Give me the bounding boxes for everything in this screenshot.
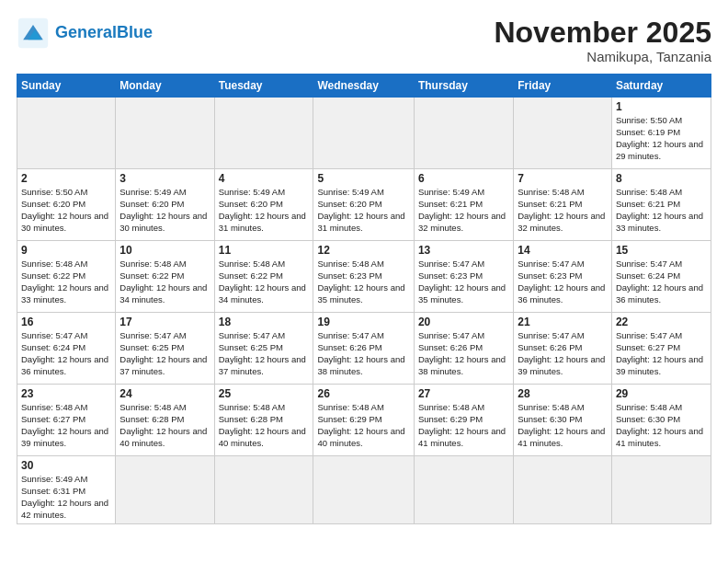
day-number: 22 bbox=[616, 316, 707, 328]
day-info: Sunrise: 5:47 AM Sunset: 6:26 PM Dayligh… bbox=[317, 330, 409, 377]
day-number: 6 bbox=[418, 172, 509, 185]
weekday-header-tuesday: Tuesday bbox=[214, 75, 313, 98]
calendar-day-cell: 27Sunrise: 5:48 AM Sunset: 6:29 PM Dayli… bbox=[414, 385, 513, 456]
day-number: 11 bbox=[219, 244, 310, 257]
logo-text: GeneralBlue bbox=[55, 24, 153, 42]
day-info: Sunrise: 5:48 AM Sunset: 6:27 PM Dayligh… bbox=[21, 402, 111, 449]
day-number: 17 bbox=[119, 316, 210, 328]
calendar-week-row: 23Sunrise: 5:48 AM Sunset: 6:27 PM Dayli… bbox=[17, 385, 711, 456]
calendar-day-cell: 23Sunrise: 5:48 AM Sunset: 6:27 PM Dayli… bbox=[17, 385, 116, 456]
day-number: 13 bbox=[418, 244, 509, 257]
day-info: Sunrise: 5:48 AM Sunset: 6:21 PM Dayligh… bbox=[518, 187, 608, 234]
calendar-day-cell: 22Sunrise: 5:47 AM Sunset: 6:27 PM Dayli… bbox=[611, 313, 711, 385]
day-number: 9 bbox=[21, 244, 111, 257]
day-number: 23 bbox=[21, 387, 111, 400]
day-number: 26 bbox=[317, 387, 409, 400]
calendar-day-cell: 30Sunrise: 5:49 AM Sunset: 6:31 PM Dayli… bbox=[17, 456, 116, 524]
calendar-day-cell: 5Sunrise: 5:49 AM Sunset: 6:20 PM Daylig… bbox=[313, 169, 414, 241]
day-info: Sunrise: 5:47 AM Sunset: 6:26 PM Dayligh… bbox=[518, 330, 608, 377]
day-number: 1 bbox=[616, 100, 707, 113]
day-info: Sunrise: 5:50 AM Sunset: 6:20 PM Dayligh… bbox=[21, 187, 111, 234]
calendar-day-cell: 1Sunrise: 5:50 AM Sunset: 6:19 PM Daylig… bbox=[611, 98, 711, 169]
calendar-day-cell: 9Sunrise: 5:48 AM Sunset: 6:22 PM Daylig… bbox=[17, 241, 116, 313]
calendar-day-cell: 13Sunrise: 5:47 AM Sunset: 6:23 PM Dayli… bbox=[414, 241, 513, 313]
day-info: Sunrise: 5:48 AM Sunset: 6:29 PM Dayligh… bbox=[317, 402, 409, 449]
day-number: 10 bbox=[119, 244, 210, 257]
calendar-day-cell: 28Sunrise: 5:48 AM Sunset: 6:30 PM Dayli… bbox=[514, 385, 612, 456]
calendar-day-cell: 8Sunrise: 5:48 AM Sunset: 6:21 PM Daylig… bbox=[611, 169, 711, 241]
day-number: 15 bbox=[616, 244, 707, 257]
calendar-day-cell: 25Sunrise: 5:48 AM Sunset: 6:28 PM Dayli… bbox=[214, 385, 313, 456]
calendar-day-cell bbox=[514, 98, 612, 169]
calendar-day-cell: 21Sunrise: 5:47 AM Sunset: 6:26 PM Dayli… bbox=[514, 313, 612, 385]
header: GeneralBlue November 2025 Namikupa, Tanz… bbox=[17, 17, 711, 64]
title-block: November 2025 Namikupa, Tanzania bbox=[494, 17, 711, 64]
day-number: 19 bbox=[317, 316, 409, 328]
weekday-header-row: SundayMondayTuesdayWednesdayThursdayFrid… bbox=[17, 75, 711, 98]
calendar-day-cell: 4Sunrise: 5:49 AM Sunset: 6:20 PM Daylig… bbox=[214, 169, 313, 241]
day-info: Sunrise: 5:47 AM Sunset: 6:24 PM Dayligh… bbox=[21, 330, 111, 377]
day-info: Sunrise: 5:49 AM Sunset: 6:21 PM Dayligh… bbox=[418, 187, 509, 234]
logo-icon bbox=[17, 17, 50, 50]
day-info: Sunrise: 5:48 AM Sunset: 6:22 PM Dayligh… bbox=[119, 259, 210, 305]
day-info: Sunrise: 5:48 AM Sunset: 6:30 PM Dayligh… bbox=[518, 402, 608, 449]
day-info: Sunrise: 5:48 AM Sunset: 6:22 PM Dayligh… bbox=[219, 259, 310, 305]
calendar-day-cell: 17Sunrise: 5:47 AM Sunset: 6:25 PM Dayli… bbox=[116, 313, 214, 385]
weekday-header-friday: Friday bbox=[514, 75, 612, 98]
day-number: 12 bbox=[317, 244, 409, 257]
day-number: 30 bbox=[21, 459, 111, 472]
calendar-day-cell bbox=[116, 456, 214, 524]
calendar-day-cell: 10Sunrise: 5:48 AM Sunset: 6:22 PM Dayli… bbox=[116, 241, 214, 313]
day-info: Sunrise: 5:47 AM Sunset: 6:25 PM Dayligh… bbox=[219, 330, 310, 377]
day-info: Sunrise: 5:47 AM Sunset: 6:24 PM Dayligh… bbox=[616, 259, 707, 305]
calendar-day-cell: 11Sunrise: 5:48 AM Sunset: 6:22 PM Dayli… bbox=[214, 241, 313, 313]
day-info: Sunrise: 5:47 AM Sunset: 6:25 PM Dayligh… bbox=[119, 330, 210, 377]
day-number: 14 bbox=[518, 244, 608, 257]
day-info: Sunrise: 5:50 AM Sunset: 6:19 PM Dayligh… bbox=[616, 115, 707, 162]
calendar-day-cell bbox=[17, 98, 116, 169]
calendar-week-row: 2Sunrise: 5:50 AM Sunset: 6:20 PM Daylig… bbox=[17, 169, 711, 241]
day-number: 21 bbox=[518, 316, 608, 328]
day-number: 7 bbox=[518, 172, 608, 185]
day-info: Sunrise: 5:48 AM Sunset: 6:21 PM Dayligh… bbox=[616, 187, 707, 234]
calendar-day-cell bbox=[414, 456, 513, 524]
day-info: Sunrise: 5:48 AM Sunset: 6:28 PM Dayligh… bbox=[119, 402, 210, 449]
day-number: 4 bbox=[219, 172, 310, 185]
calendar-day-cell bbox=[611, 456, 711, 524]
weekday-header-sunday: Sunday bbox=[17, 75, 116, 98]
calendar-day-cell: 12Sunrise: 5:48 AM Sunset: 6:23 PM Dayli… bbox=[313, 241, 414, 313]
calendar-day-cell: 6Sunrise: 5:49 AM Sunset: 6:21 PM Daylig… bbox=[414, 169, 513, 241]
weekday-header-monday: Monday bbox=[116, 75, 214, 98]
day-number: 3 bbox=[119, 172, 210, 185]
calendar-day-cell: 7Sunrise: 5:48 AM Sunset: 6:21 PM Daylig… bbox=[514, 169, 612, 241]
calendar-week-row: 16Sunrise: 5:47 AM Sunset: 6:24 PM Dayli… bbox=[17, 313, 711, 385]
calendar-day-cell: 24Sunrise: 5:48 AM Sunset: 6:28 PM Dayli… bbox=[116, 385, 214, 456]
calendar-day-cell: 16Sunrise: 5:47 AM Sunset: 6:24 PM Dayli… bbox=[17, 313, 116, 385]
day-info: Sunrise: 5:49 AM Sunset: 6:20 PM Dayligh… bbox=[219, 187, 310, 234]
day-info: Sunrise: 5:49 AM Sunset: 6:31 PM Dayligh… bbox=[21, 474, 111, 521]
day-number: 20 bbox=[418, 316, 509, 328]
day-number: 24 bbox=[119, 387, 210, 400]
day-info: Sunrise: 5:48 AM Sunset: 6:29 PM Dayligh… bbox=[418, 402, 509, 449]
page: GeneralBlue November 2025 Namikupa, Tanz… bbox=[0, 0, 728, 534]
calendar-day-cell: 3Sunrise: 5:49 AM Sunset: 6:20 PM Daylig… bbox=[116, 169, 214, 241]
calendar: SundayMondayTuesdayWednesdayThursdayFrid… bbox=[17, 74, 711, 524]
day-number: 18 bbox=[219, 316, 310, 328]
logo-blue: Blue bbox=[117, 23, 153, 41]
calendar-day-cell bbox=[313, 456, 414, 524]
calendar-day-cell bbox=[313, 98, 414, 169]
logo: GeneralBlue bbox=[17, 17, 153, 50]
location-subtitle: Namikupa, Tanzania bbox=[494, 49, 711, 64]
calendar-day-cell bbox=[414, 98, 513, 169]
calendar-day-cell: 29Sunrise: 5:48 AM Sunset: 6:30 PM Dayli… bbox=[611, 385, 711, 456]
calendar-day-cell: 2Sunrise: 5:50 AM Sunset: 6:20 PM Daylig… bbox=[17, 169, 116, 241]
calendar-day-cell bbox=[214, 456, 313, 524]
calendar-day-cell bbox=[514, 456, 612, 524]
day-number: 25 bbox=[219, 387, 310, 400]
weekday-header-saturday: Saturday bbox=[611, 75, 711, 98]
day-number: 2 bbox=[21, 172, 111, 185]
day-info: Sunrise: 5:49 AM Sunset: 6:20 PM Dayligh… bbox=[119, 187, 210, 234]
calendar-week-row: 30Sunrise: 5:49 AM Sunset: 6:31 PM Dayli… bbox=[17, 456, 711, 524]
day-info: Sunrise: 5:47 AM Sunset: 6:23 PM Dayligh… bbox=[518, 259, 608, 305]
weekday-header-wednesday: Wednesday bbox=[313, 75, 414, 98]
